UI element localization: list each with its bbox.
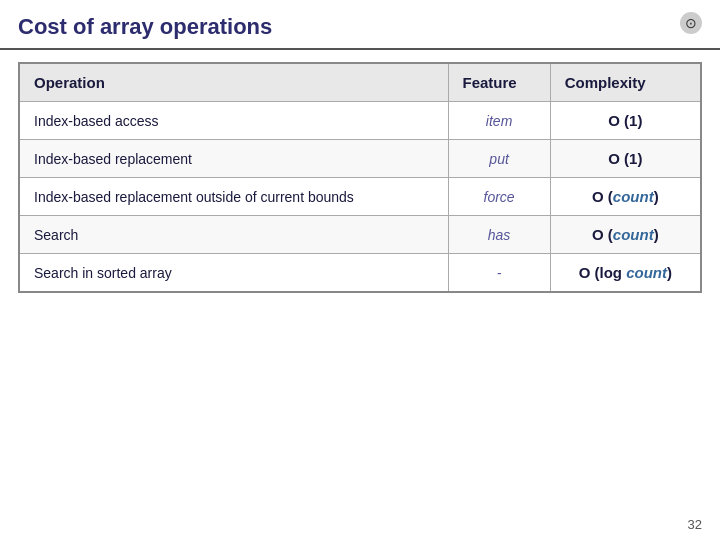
complexity-value: O (1) bbox=[608, 112, 642, 129]
table-row: Search in sorted array-O (log count) bbox=[19, 254, 701, 293]
table-row: Index-based replacement outside of curre… bbox=[19, 178, 701, 216]
table-row: SearchhasO (count) bbox=[19, 216, 701, 254]
complexity-close: ) bbox=[654, 226, 659, 243]
complexity-value: O (1) bbox=[608, 150, 642, 167]
table-container: Operation Feature Complexity Index-based… bbox=[18, 62, 702, 293]
cell-complexity: O (log count) bbox=[550, 254, 701, 293]
col-header-feature: Feature bbox=[448, 63, 550, 102]
cell-feature: - bbox=[448, 254, 550, 293]
complexity-param: count bbox=[613, 188, 654, 205]
cell-operation: Index-based replacement bbox=[19, 140, 448, 178]
col-header-complexity: Complexity bbox=[550, 63, 701, 102]
complexity-o: O (log bbox=[579, 264, 627, 281]
cell-complexity: O (count) bbox=[550, 216, 701, 254]
complexity-param: count bbox=[613, 226, 654, 243]
cell-complexity: O (count) bbox=[550, 178, 701, 216]
complexity-table: Operation Feature Complexity Index-based… bbox=[18, 62, 702, 293]
complexity-param: count bbox=[626, 264, 667, 281]
cell-feature: item bbox=[448, 102, 550, 140]
cell-operation: Search in sorted array bbox=[19, 254, 448, 293]
page-number: 32 bbox=[688, 517, 702, 532]
cell-complexity: O (1) bbox=[550, 140, 701, 178]
cell-operation: Search bbox=[19, 216, 448, 254]
complexity-close: ) bbox=[654, 188, 659, 205]
complexity-close: ) bbox=[667, 264, 672, 281]
table-row: Index-based accessitemO (1) bbox=[19, 102, 701, 140]
cell-feature: put bbox=[448, 140, 550, 178]
complexity-o: O ( bbox=[592, 226, 613, 243]
table-row: Index-based replacementputO (1) bbox=[19, 140, 701, 178]
complexity-o: O ( bbox=[592, 188, 613, 205]
table-header-row: Operation Feature Complexity bbox=[19, 63, 701, 102]
cell-operation: Index-based replacement outside of curre… bbox=[19, 178, 448, 216]
cell-complexity: O (1) bbox=[550, 102, 701, 140]
page-title: Cost of array operations bbox=[0, 0, 720, 50]
col-header-operation: Operation bbox=[19, 63, 448, 102]
cell-feature: has bbox=[448, 216, 550, 254]
nav-icon[interactable]: ⊙ bbox=[680, 12, 702, 34]
cell-feature: force bbox=[448, 178, 550, 216]
cell-operation: Index-based access bbox=[19, 102, 448, 140]
